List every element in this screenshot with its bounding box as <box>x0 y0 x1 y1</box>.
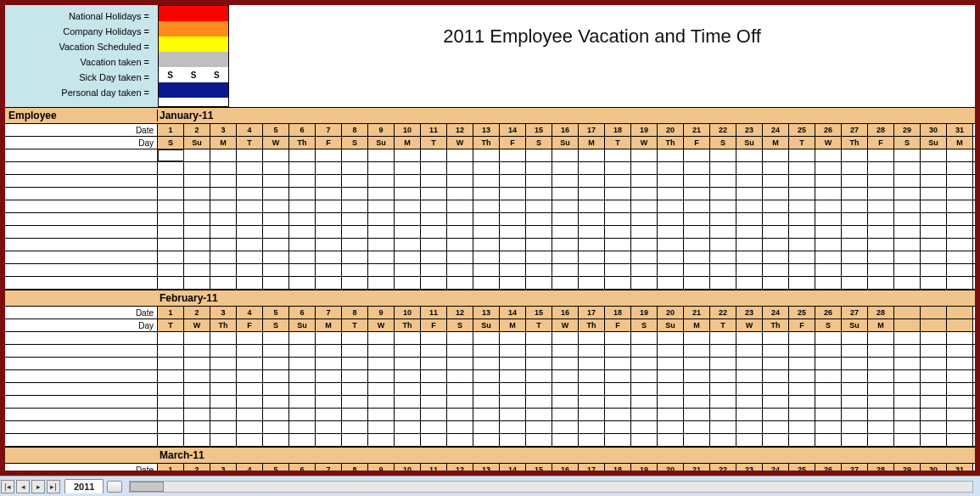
day-cell[interactable] <box>289 345 316 357</box>
day-cell[interactable] <box>500 332 526 344</box>
day-cell[interactable] <box>763 421 789 433</box>
day-cell[interactable] <box>947 226 973 238</box>
day-cell[interactable] <box>684 213 710 225</box>
day-cell[interactable] <box>947 345 973 357</box>
day-cell[interactable] <box>894 277 921 289</box>
day-cell[interactable] <box>894 409 921 420</box>
day-cell[interactable] <box>736 239 763 251</box>
day-cell[interactable] <box>289 175 316 187</box>
day-cell[interactable] <box>289 358 316 369</box>
day-cell[interactable] <box>736 162 763 174</box>
day-cell[interactable] <box>579 421 605 433</box>
day-cell[interactable] <box>210 421 237 433</box>
day-cell[interactable] <box>210 175 237 187</box>
day-cell[interactable] <box>815 358 842 369</box>
day-cell[interactable] <box>316 226 342 238</box>
day-cell[interactable] <box>684 264 710 276</box>
day-cell[interactable] <box>842 421 868 433</box>
employee-cell[interactable] <box>5 370 158 382</box>
day-cell[interactable] <box>710 175 736 187</box>
day-cell[interactable] <box>395 277 421 289</box>
day-cell[interactable] <box>368 370 395 382</box>
day-cell[interactable] <box>237 383 263 395</box>
day-cell[interactable] <box>289 434 316 446</box>
day-cell[interactable] <box>579 188 605 200</box>
day-cell[interactable] <box>605 213 631 225</box>
day-cell[interactable] <box>894 162 921 174</box>
day-cell[interactable] <box>921 175 947 187</box>
day-cell[interactable] <box>684 383 710 395</box>
day-cell[interactable] <box>237 251 263 263</box>
day-cell[interactable] <box>894 421 921 433</box>
day-cell[interactable] <box>710 358 736 369</box>
day-cell[interactable] <box>763 358 789 369</box>
day-cell[interactable] <box>500 251 526 263</box>
day-cell[interactable] <box>894 332 921 344</box>
day-cell[interactable] <box>289 226 316 238</box>
day-cell[interactable] <box>342 332 368 344</box>
day-cell[interactable] <box>447 383 473 395</box>
day-cell[interactable] <box>763 251 789 263</box>
day-cell[interactable] <box>605 409 631 420</box>
day-cell[interactable] <box>684 226 710 238</box>
employee-cell[interactable] <box>5 332 158 344</box>
day-cell[interactable] <box>184 396 210 408</box>
day-cell[interactable] <box>552 332 579 344</box>
day-cell[interactable] <box>921 409 947 420</box>
day-cell[interactable] <box>605 358 631 369</box>
day-cell[interactable] <box>842 251 868 263</box>
first-sheet-button[interactable]: |◂ <box>1 480 14 493</box>
day-cell[interactable] <box>789 345 815 357</box>
day-cell[interactable] <box>421 226 447 238</box>
day-cell[interactable] <box>815 332 842 344</box>
day-cell[interactable] <box>789 239 815 251</box>
day-cell[interactable] <box>526 383 552 395</box>
day-cell[interactable] <box>658 213 684 225</box>
day-cell[interactable] <box>263 370 289 382</box>
day-cell[interactable] <box>210 277 237 289</box>
day-cell[interactable] <box>789 332 815 344</box>
day-cell[interactable] <box>473 213 500 225</box>
day-cell[interactable] <box>921 264 947 276</box>
day-cell[interactable] <box>658 264 684 276</box>
day-cell[interactable] <box>421 345 447 357</box>
day-cell[interactable] <box>868 358 894 369</box>
day-cell[interactable] <box>368 251 395 263</box>
day-cell[interactable] <box>868 383 894 395</box>
day-cell[interactable] <box>658 149 684 161</box>
day-cell[interactable] <box>763 396 789 408</box>
day-cell[interactable] <box>894 226 921 238</box>
day-cell[interactable] <box>684 162 710 174</box>
day-cell[interactable] <box>789 200 815 212</box>
day-cell[interactable] <box>710 370 736 382</box>
day-cell[interactable] <box>421 332 447 344</box>
day-cell[interactable] <box>921 370 947 382</box>
day-cell[interactable] <box>868 175 894 187</box>
day-cell[interactable] <box>158 409 184 420</box>
day-cell[interactable] <box>395 409 421 420</box>
employee-cell[interactable] <box>5 264 158 276</box>
day-cell[interactable] <box>210 409 237 420</box>
day-cell[interactable] <box>473 434 500 446</box>
day-cell[interactable] <box>210 434 237 446</box>
day-cell[interactable] <box>552 226 579 238</box>
day-cell[interactable] <box>631 175 658 187</box>
day-cell[interactable] <box>579 162 605 174</box>
day-cell[interactable] <box>658 251 684 263</box>
day-cell[interactable] <box>842 396 868 408</box>
day-cell[interactable] <box>447 370 473 382</box>
day-cell[interactable] <box>763 149 789 161</box>
day-cell[interactable] <box>631 239 658 251</box>
day-cell[interactable] <box>473 421 500 433</box>
day-cell[interactable] <box>526 421 552 433</box>
day-cell[interactable] <box>368 383 395 395</box>
day-cell[interactable] <box>710 396 736 408</box>
day-cell[interactable] <box>473 239 500 251</box>
day-cell[interactable] <box>263 396 289 408</box>
day-cell[interactable] <box>447 396 473 408</box>
day-cell[interactable] <box>158 213 184 225</box>
day-cell[interactable] <box>210 226 237 238</box>
day-cell[interactable] <box>710 251 736 263</box>
day-cell[interactable] <box>552 396 579 408</box>
day-cell[interactable] <box>289 396 316 408</box>
